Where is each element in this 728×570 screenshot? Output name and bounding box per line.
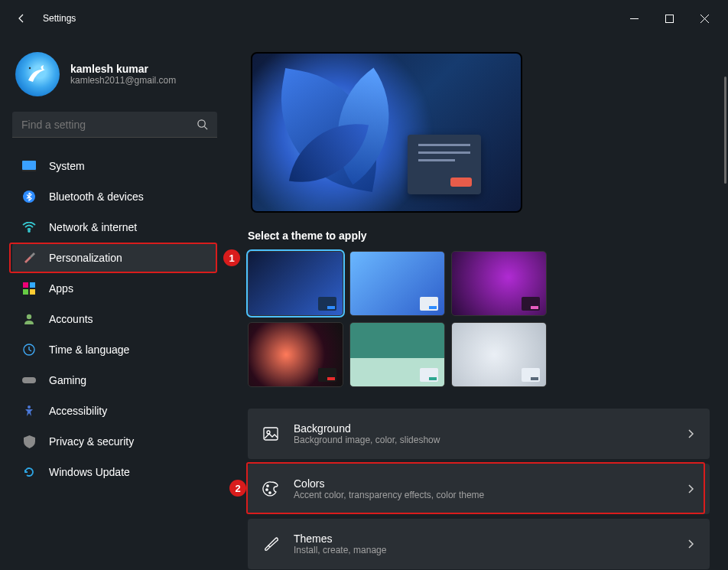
option-themes[interactable]: Themes Install, create, manage	[248, 519, 710, 569]
svg-rect-8	[22, 170, 36, 171]
nav-privacy[interactable]: Privacy & security	[12, 427, 217, 456]
app-title: Settings	[43, 13, 76, 24]
profile-name: kamlesh kumar	[70, 63, 176, 75]
back-button[interactable]	[6, 3, 37, 34]
bluetooth-icon	[21, 189, 37, 204]
svg-rect-14	[30, 289, 35, 295]
nav-label: Windows Update	[49, 466, 130, 478]
palette-icon	[262, 480, 280, 498]
account-profile[interactable]: kamlesh kumar kamlesh2011@gmail.com	[12, 46, 217, 109]
theme-tile-1[interactable]	[248, 251, 343, 316]
svg-rect-19	[264, 428, 278, 440]
scrollbar[interactable]	[724, 77, 726, 184]
svg-point-4	[29, 67, 31, 69]
svg-line-6	[204, 126, 207, 129]
svg-rect-13	[23, 289, 28, 295]
svg-point-21	[267, 485, 268, 487]
theme-tile-2[interactable]	[349, 251, 445, 316]
nav-label: Network & internet	[49, 221, 137, 233]
apps-icon	[21, 281, 37, 296]
minimize-button[interactable]	[616, 6, 652, 31]
option-title: Themes	[294, 533, 685, 545]
option-background[interactable]: Background Background image, color, slid…	[248, 409, 710, 459]
svg-point-22	[266, 489, 268, 490]
paintbrush-icon	[21, 250, 37, 265]
close-icon	[700, 15, 709, 23]
svg-rect-12	[30, 282, 35, 288]
chevron-right-icon	[685, 539, 696, 549]
nav-label: System	[49, 160, 85, 172]
shield-icon	[21, 434, 37, 449]
option-subtitle: Background image, color, slideshow	[294, 435, 685, 445]
brush-icon	[262, 535, 280, 553]
nav-accounts[interactable]: Accounts	[12, 305, 217, 334]
chevron-right-icon	[685, 484, 696, 494]
nav-label: Privacy & security	[49, 435, 134, 448]
clock-icon	[21, 342, 37, 357]
nav-network[interactable]: Network & internet	[12, 213, 217, 242]
theme-tile-3[interactable]	[451, 251, 547, 316]
gamepad-icon	[21, 373, 37, 388]
nav-accessibility[interactable]: Accessibility	[12, 396, 217, 425]
desktop-preview	[251, 52, 522, 213]
option-subtitle: Accent color, transparency effects, colo…	[294, 490, 685, 500]
option-subtitle: Install, create, manage	[294, 545, 685, 555]
option-title: Colors	[294, 477, 685, 490]
nav-gaming[interactable]: Gaming	[12, 366, 217, 395]
maximize-button[interactable]	[652, 6, 687, 31]
svg-rect-17	[22, 377, 36, 383]
display-icon	[21, 158, 37, 174]
search-icon	[197, 119, 208, 130]
svg-point-15	[27, 314, 31, 319]
svg-rect-1	[665, 15, 673, 22]
theme-card-mock	[408, 135, 481, 194]
chevron-right-icon	[685, 428, 696, 439]
svg-point-18	[28, 406, 31, 409]
nav-personalization[interactable]: Personalization	[12, 243, 217, 272]
nav-label: Time & language	[49, 344, 129, 356]
refresh-icon	[21, 464, 37, 480]
svg-rect-11	[23, 282, 28, 288]
option-title: Background	[294, 422, 685, 435]
accessibility-icon	[21, 403, 37, 419]
nav-label: Personalization	[49, 252, 122, 264]
svg-point-5	[198, 120, 205, 127]
arrow-left-icon	[15, 12, 28, 24]
theme-select-label: Select a theme to apply	[248, 230, 710, 242]
svg-point-23	[269, 492, 271, 493]
minimize-icon	[630, 15, 639, 23]
maximize-icon	[665, 15, 674, 23]
nav-label: Bluetooth & devices	[49, 191, 144, 203]
nav-label: Gaming	[49, 374, 86, 386]
annotation-badge-2: 2	[229, 480, 246, 497]
wifi-icon	[21, 220, 37, 235]
nav-label: Accounts	[49, 313, 93, 325]
theme-tile-6[interactable]	[451, 322, 547, 387]
profile-email: kamlesh2011@gmail.com	[70, 75, 176, 86]
person-icon	[21, 311, 37, 327]
image-icon	[262, 425, 280, 443]
close-button[interactable]	[687, 6, 722, 31]
option-colors[interactable]: Colors Accent color, transparency effect…	[248, 464, 710, 514]
nav-time-language[interactable]: Time & language	[12, 335, 217, 364]
search-box[interactable]	[12, 112, 217, 138]
avatar	[15, 52, 60, 96]
search-input[interactable]	[21, 119, 197, 131]
nav-label: Accessibility	[49, 405, 107, 417]
svg-rect-7	[22, 161, 36, 170]
nav-update[interactable]: Windows Update	[12, 458, 217, 487]
nav-apps[interactable]: Apps	[12, 274, 217, 303]
theme-tile-5[interactable]	[349, 322, 445, 387]
nav-list: System Bluetooth & devices Network & int…	[12, 151, 217, 487]
svg-point-10	[28, 230, 30, 232]
theme-tile-4[interactable]	[248, 322, 343, 387]
nav-label: Apps	[49, 282, 73, 295]
nav-system[interactable]: System	[12, 151, 217, 181]
svg-point-20	[267, 431, 270, 434]
nav-bluetooth[interactable]: Bluetooth & devices	[12, 182, 217, 211]
